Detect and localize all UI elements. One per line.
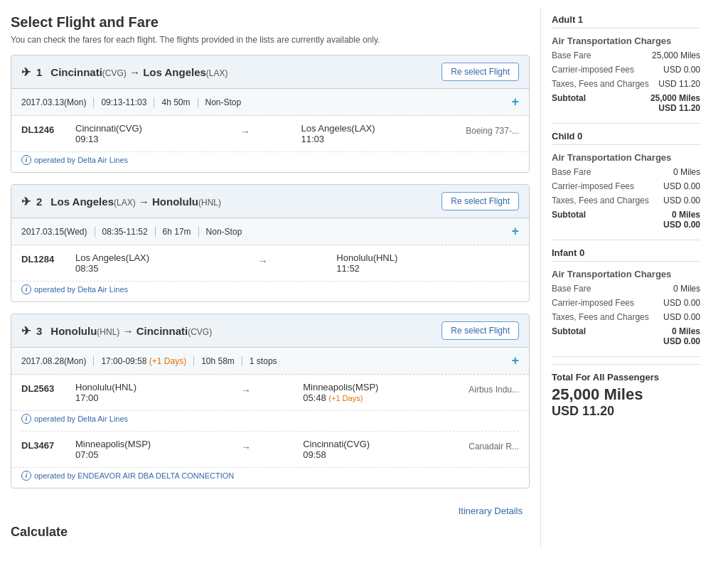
flight-header-left-1: ✈1Cincinnati(CVG) → Los Angeles(LAX)	[21, 65, 228, 79]
sidebar-child-title: Child 0	[552, 131, 700, 145]
segment-arrow-icon-2-1: →	[241, 442, 251, 453]
flight-date-item-0-2: 4h 50m	[161, 97, 198, 107]
sidebar-subtotal-value: 25,000 Miles USD 11.20	[651, 93, 700, 113]
segment-origin-2-1: Minneapolis(MSP)07:05	[75, 439, 189, 460]
flight-card-header-2: ✈2Los Angeles(LAX) → Honolulu(HNL)Re sel…	[11, 185, 529, 218]
flight-header-left-2: ✈2Los Angeles(LAX) → Honolulu(HNL)	[21, 195, 221, 208]
page-title: Select Flight and Fare	[11, 14, 530, 31]
flight-segment-1-0: DL1284Los Angeles(LAX)08:35→Honolulu(HNL…	[11, 245, 529, 282]
sidebar-child-taxes-label: Taxes, Fees and Charges	[552, 196, 663, 205]
segment-flight-num-2-0: DL2563	[21, 383, 64, 394]
main-content: Select Flight and Fare You can check the…	[0, 7, 540, 547]
flight-card-2: ✈2Los Angeles(LAX) → Honolulu(HNL)Re sel…	[11, 184, 530, 302]
sidebar-child-subtotal-value: 0 Miles USD 0.00	[663, 210, 700, 230]
flight-card-header-3: ✈3Honolulu(HNL) → Cincinnati(CVG)Re sele…	[11, 314, 529, 348]
segment-aircraft-0-0: Boeing 737-...	[466, 123, 519, 136]
sidebar-child-carrier-fees-value: USD 0.00	[663, 181, 700, 191]
sidebar-infant-carrier-fees-row: Carrier-imposed Fees USD 0.00	[552, 298, 700, 308]
sidebar-child-air-transportation-title: Air Transportation Charges	[552, 152, 700, 163]
calculate-section: Calculate	[11, 525, 530, 540]
segment-flight-num-1-0: DL1284	[21, 254, 64, 264]
sidebar-child-subtotal-label: Subtotal	[552, 210, 663, 220]
sidebar-child-carrier-fees-row: Carrier-imposed Fees USD 0.00	[552, 181, 700, 191]
sidebar-child-taxes-value: USD 0.00	[663, 196, 700, 205]
sidebar-child-base-fare-row: Base Fare 0 Miles	[552, 167, 700, 177]
flight-route-2: Los Angeles(LAX) → Honolulu(HNL)	[50, 196, 221, 208]
sidebar-infant-base-fare-label: Base Fare	[552, 284, 673, 294]
flight-date-item-2-3: 1 stops	[250, 356, 277, 366]
operated-by-2-0: ioperated by Delta Air Lines	[11, 411, 529, 431]
flight-expand-icon-3[interactable]: +	[511, 353, 519, 368]
flight-date-item-2-0: 2017.08.28(Mon)	[21, 356, 94, 366]
sidebar-infant-subtotal-value: 0 Miles USD 0.00	[663, 326, 700, 346]
flight-date-item-0-1: 09:13-11:03	[101, 97, 154, 107]
sidebar-infant-air-transportation-title: Air Transportation Charges	[552, 269, 700, 279]
operated-by-1-0: ioperated by Delta Air Lines	[11, 282, 529, 301]
segment-row-2-0: DL2563Honolulu(HNL)17:00→Minneapolis(MSP…	[21, 382, 519, 403]
segment-arrow-icon-1-0: →	[258, 255, 268, 267]
flight-cards-container: ✈1Cincinnati(CVG) → Los Angeles(LAX)Re s…	[11, 55, 530, 488]
flight-route-1: Cincinnati(CVG) → Los Angeles(LAX)	[50, 66, 228, 78]
flight-date-info-3: 2017.08.28(Mon)17:00-09:58 (+1 Days)10h …	[21, 356, 277, 366]
segment-dest-1-0: Honolulu(HNL)11:52	[336, 252, 450, 274]
sidebar-infant-taxes-row: Taxes, Fees and Charges USD 0.00	[552, 312, 700, 322]
flight-route-3: Honolulu(HNL) → Cincinnati(CVG)	[50, 325, 212, 337]
flight-expand-icon-1[interactable]: +	[511, 95, 519, 109]
page-subtitle: You can check the fares for each flight.…	[11, 35, 530, 45]
flight-segment-0-0: DL1246Cincinnati(CVG)09:13→Los Angeles(L…	[11, 116, 529, 152]
sidebar-subtotal-row: Subtotal 25,000 Miles USD 11.20	[552, 93, 700, 113]
operated-by-2-1: ioperated by ENDEAVOR AIR DBA DELTA CONN…	[11, 468, 529, 488]
segment-dest-2-1: Cincinnati(CVG)09:58	[303, 439, 417, 460]
flight-date-item-1-1: 08:35-11:52	[102, 227, 156, 237]
segment-detail-2-0: Honolulu(HNL)17:00→Minneapolis(MSP)05:48…	[75, 382, 519, 403]
sidebar-infant-base-fare-value: 0 Miles	[673, 284, 700, 294]
itinerary-link-row: Itinerary Details	[11, 500, 530, 522]
segment-origin-0-0: Cincinnati(CVG)09:13	[75, 123, 189, 144]
sidebar-carrier-fees-row: Carrier-imposed Fees USD 0.00	[552, 65, 700, 75]
flight-index-1: 1	[36, 66, 42, 78]
flight-date-item-1-3: Non-Stop	[206, 227, 242, 237]
sidebar-infant-carrier-fees-label: Carrier-imposed Fees	[552, 298, 663, 308]
sidebar-base-fare-value: 25,000 Miles	[652, 50, 700, 60]
sidebar-adult-section: Adult 1 Air Transportation Charges Base …	[552, 14, 700, 113]
sidebar-total-usd: USD 11.20	[552, 404, 700, 419]
flight-expand-icon-2[interactable]: +	[511, 224, 519, 239]
sidebar-taxes-value: USD 11.20	[658, 79, 700, 89]
sidebar-infant-section: Infant 0 Air Transportation Charges Base…	[552, 247, 700, 346]
flight-date-row-1: 2017.03.13(Mon)09:13-11:034h 50mNon-Stop…	[11, 89, 529, 116]
operated-by-text-1-0: operated by Delta Air Lines	[34, 285, 128, 294]
segment-aircraft-2-0: Airbus Indu...	[469, 382, 519, 395]
sidebar-infant-taxes-label: Taxes, Fees and Charges	[552, 312, 663, 322]
sidebar-infant-title: Infant 0	[552, 247, 700, 262]
sidebar-adult-title: Adult 1	[552, 14, 700, 28]
plane-icon: ✈	[21, 324, 31, 338]
sidebar-child-base-fare-value: 0 Miles	[673, 167, 700, 177]
sidebar-total-miles: 25,000 Miles	[552, 385, 700, 404]
sidebar-air-transportation-title: Air Transportation Charges	[552, 36, 700, 46]
itinerary-details-link[interactable]: Itinerary Details	[459, 506, 523, 516]
info-icon-1-0: i	[21, 284, 31, 294]
reselect-button-2[interactable]: Re select Flight	[441, 192, 519, 210]
sidebar-subtotal-label: Subtotal	[552, 93, 651, 103]
sidebar-infant-subtotal-row: Subtotal 0 Miles USD 0.00	[552, 326, 700, 346]
sidebar-child-carrier-fees-label: Carrier-imposed Fees	[552, 181, 663, 191]
segment-origin-2-0: Honolulu(HNL)17:00	[75, 382, 189, 403]
info-icon-0-0: i	[21, 155, 31, 165]
flight-segment-2-0: DL2563Honolulu(HNL)17:00→Minneapolis(MSP…	[11, 375, 529, 411]
flight-date-info-2: 2017.03.15(Wed)08:35-11:526h 17mNon-Stop	[21, 227, 242, 237]
flight-card-header-1: ✈1Cincinnati(CVG) → Los Angeles(LAX)Re s…	[11, 55, 529, 89]
segment-flight-num-2-1: DL3467	[21, 440, 64, 451]
sidebar-total-section: Total For All Passengers 25,000 Miles US…	[552, 364, 700, 419]
segment-flight-num-0-0: DL1246	[21, 124, 64, 135]
sidebar-base-fare-label: Base Fare	[552, 50, 652, 60]
segment-aircraft-2-1: Canadair R...	[469, 439, 519, 451]
flight-date-row-2: 2017.03.15(Wed)08:35-11:526h 17mNon-Stop…	[11, 218, 529, 245]
sidebar-infant-carrier-fees-value: USD 0.00	[663, 298, 700, 308]
sidebar-child-section: Child 0 Air Transportation Charges Base …	[552, 131, 700, 230]
sidebar-carrier-fees-label: Carrier-imposed Fees	[552, 65, 663, 75]
sidebar-child-taxes-row: Taxes, Fees and Charges USD 0.00	[552, 196, 700, 205]
reselect-button-3[interactable]: Re select Flight	[441, 321, 519, 340]
reselect-button-1[interactable]: Re select Flight	[441, 63, 519, 81]
segment-row-1-0: DL1284Los Angeles(LAX)08:35→Honolulu(HNL…	[21, 252, 519, 274]
sidebar-carrier-fees-value: USD 0.00	[663, 65, 700, 75]
